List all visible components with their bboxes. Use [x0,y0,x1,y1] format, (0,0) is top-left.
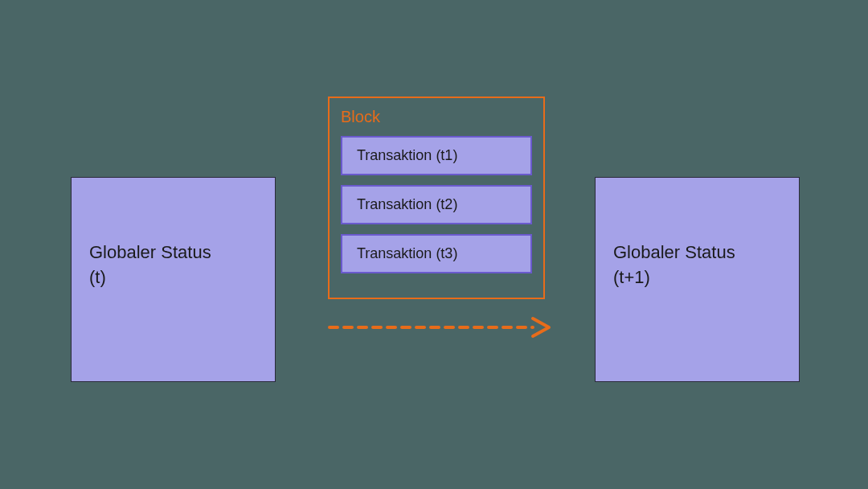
transaction-item: Transaktion (t2) [341,185,532,224]
transition-arrow [328,315,553,339]
transaction-item: Transaktion (t1) [341,136,532,175]
state-line1: Globaler Status [613,242,735,262]
block-container: Block Transaktion (t1) Transaktion (t2) … [328,97,545,299]
block-title: Block [341,108,532,126]
state-line2: (t) [89,267,106,287]
state-line1: Globaler Status [89,242,211,262]
state-label: Globaler Status (t) [89,240,257,290]
transaction-item: Transaktion (t3) [341,234,532,273]
state-label: Globaler Status (t+1) [613,240,781,290]
state-line2: (t+1) [613,267,650,287]
global-state-before: Globaler Status (t) [71,177,276,382]
arrow-icon [328,315,553,339]
global-state-after: Globaler Status (t+1) [595,177,800,382]
